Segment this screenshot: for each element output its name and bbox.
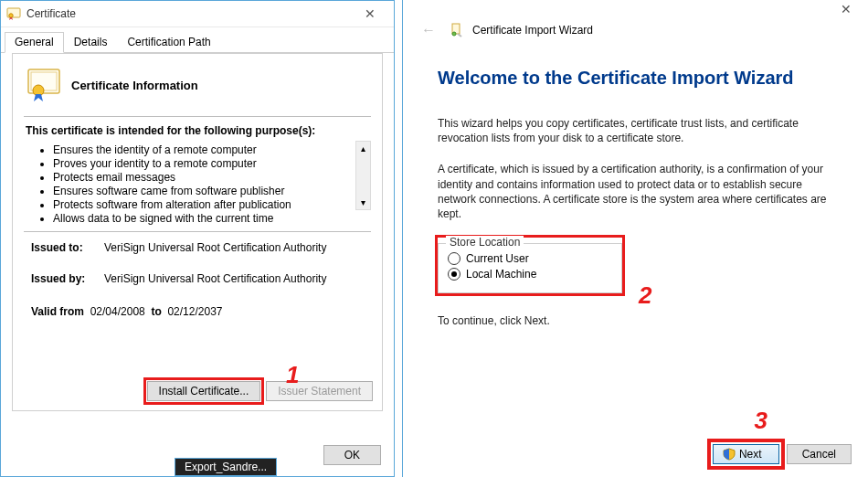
issued-by-value: VeriSign Universal Root Certification Au… <box>104 272 326 285</box>
separator <box>24 231 371 232</box>
tab-panel-general: Certificate Information This certificate… <box>12 53 383 411</box>
separator <box>24 116 371 117</box>
continue-text: To continue, click Next. <box>438 313 841 328</box>
svg-point-6 <box>452 32 456 36</box>
next-button-label: Next <box>739 448 762 461</box>
tab-strip: General Details Certification Path <box>1 27 394 53</box>
issuer-statement-button: Issuer Statement <box>266 381 373 401</box>
store-location-label: Store Location <box>446 236 524 249</box>
close-button[interactable]: ✕ <box>352 6 388 21</box>
purpose-item: Ensures software came from software publ… <box>53 185 350 197</box>
radio-icon <box>448 252 460 265</box>
ok-button[interactable]: OK <box>323 445 381 465</box>
purpose-item: Protects email messages <box>53 171 350 184</box>
tab-certification-path[interactable]: Certification Path <box>117 32 220 53</box>
certificate-import-wizard: ✕ ← Certificate Import Wizard Welcome to… <box>402 0 868 477</box>
issued-to-label: Issued to: <box>31 241 104 254</box>
intended-purposes-label: This certificate is intended for the fol… <box>26 124 371 137</box>
wizard-heading: Welcome to the Certificate Import Wizard <box>438 68 841 89</box>
titlebar: Certificate ✕ <box>1 1 394 27</box>
scroll-up-icon[interactable]: ▴ <box>356 142 370 155</box>
next-button[interactable]: Next <box>713 444 779 464</box>
window-title: Certificate <box>26 7 76 20</box>
purpose-item: Ensures the identity of a remote compute… <box>53 143 350 156</box>
certificate-large-icon <box>26 67 62 103</box>
valid-from-line: Valid from 02/04/2008 to 02/12/2037 <box>31 305 371 318</box>
tab-details[interactable]: Details <box>64 32 118 53</box>
purpose-item: Allows data to be signed with the curren… <box>53 212 350 225</box>
install-certificate-button[interactable]: Install Certificate... <box>147 381 261 401</box>
valid-from-value: 02/04/2008 <box>90 305 145 318</box>
issued-by-label: Issued by: <box>31 272 104 285</box>
shield-icon <box>723 448 736 461</box>
certificate-information-title: Certificate Information <box>71 79 198 92</box>
annotation-2: 2 <box>639 281 651 310</box>
valid-from-label: Valid from <box>31 305 84 318</box>
valid-to-value: 02/12/2037 <box>167 305 222 318</box>
back-arrow-icon: ← <box>418 20 439 40</box>
certificate-icon <box>6 6 21 21</box>
purpose-item: Protects software from alteration after … <box>53 198 350 211</box>
radio-current-user[interactable]: Current User <box>448 252 612 265</box>
purpose-item: Proves your identity to a remote compute… <box>53 157 350 170</box>
wizard-title: Certificate Import Wizard <box>472 24 593 37</box>
radio-local-machine-label: Local Machine <box>466 268 536 281</box>
purpose-scrollbar[interactable]: ▴ ▾ <box>355 141 371 210</box>
scroll-down-icon[interactable]: ▾ <box>356 196 370 209</box>
taskbar-item[interactable]: Export_Sandre... <box>175 458 277 476</box>
valid-to-label: to <box>151 305 161 318</box>
purpose-list: Ensures the identity of a remote compute… <box>40 143 350 226</box>
wizard-icon <box>449 23 463 37</box>
annotation-1: 1 <box>286 361 299 389</box>
wizard-paragraph-2: A certificate, which is issued by a cert… <box>438 162 841 221</box>
radio-selected-icon <box>448 268 460 281</box>
radio-current-user-label: Current User <box>466 252 529 265</box>
wizard-paragraph-1: This wizard helps you copy certificates,… <box>438 116 841 145</box>
close-button[interactable]: ✕ <box>828 2 864 16</box>
annotation-3: 3 <box>755 407 767 435</box>
radio-local-machine[interactable]: Local Machine <box>448 268 612 281</box>
cancel-button[interactable]: Cancel <box>787 444 852 464</box>
tab-general[interactable]: General <box>5 32 64 53</box>
svg-point-1 <box>9 14 13 17</box>
certificate-dialog: Certificate ✕ General Details Certificat… <box>0 0 395 477</box>
store-location-group: Store Location Current User Local Machin… <box>438 243 622 293</box>
issued-to-value: VeriSign Universal Root Certification Au… <box>104 241 326 254</box>
